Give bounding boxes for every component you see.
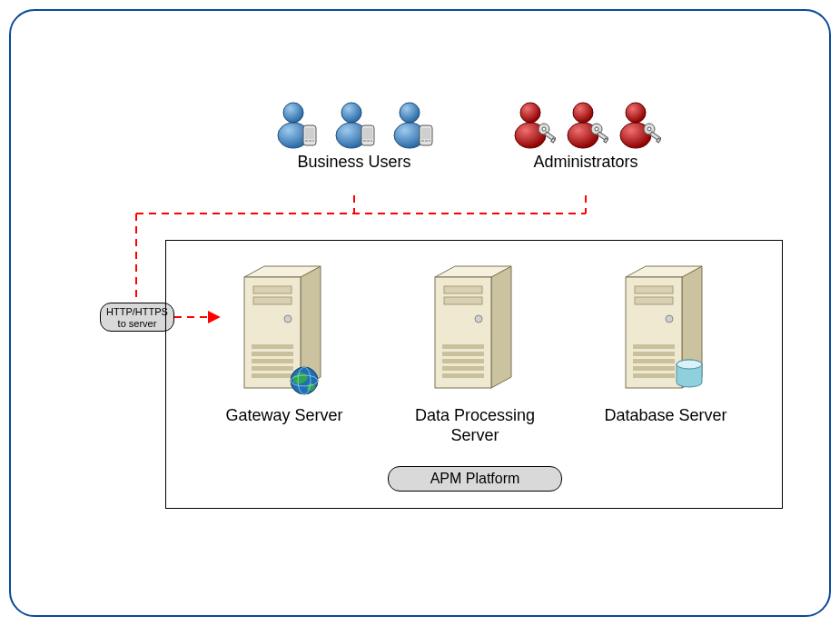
administrators-group: Administrators — [509, 98, 663, 172]
data-processing-server-label: Data Processing Server — [393, 406, 557, 445]
user-key-icon — [616, 98, 661, 149]
protocol-line2: to server — [118, 318, 157, 329]
user-key-icon — [510, 98, 556, 149]
user-mobile-icon — [390, 98, 435, 149]
user-mobile-icon — [331, 98, 377, 149]
business-users-group: Business Users — [263, 98, 445, 172]
gateway-server-node: Gateway Server — [203, 261, 366, 426]
user-key-icon — [563, 98, 608, 149]
gateway-server-label: Gateway Server — [203, 406, 366, 426]
apm-platform-box: Gateway Server Data Processing Server Da… — [165, 240, 783, 509]
server-tower-icon — [430, 261, 520, 397]
data-processing-server-node: Data Processing Server — [393, 261, 557, 445]
server-tower-icon — [239, 261, 330, 397]
database-server-label: Database Server — [584, 406, 747, 426]
protocol-label: HTTP/HTTPS to server — [100, 303, 174, 332]
database-server-node: Database Server — [584, 261, 747, 426]
platform-title-pill: APM Platform — [388, 466, 562, 492]
server-tower-icon — [620, 261, 711, 397]
business-users-label: Business Users — [263, 153, 445, 172]
administrators-label: Administrators — [509, 153, 663, 172]
user-mobile-icon — [273, 98, 319, 149]
protocol-line1: HTTP/HTTPS — [106, 306, 168, 317]
